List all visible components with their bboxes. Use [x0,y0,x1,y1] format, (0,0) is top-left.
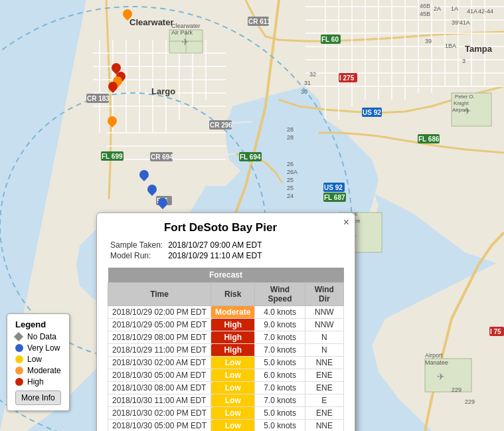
svg-text:Manatee: Manatee [425,359,448,366]
legend: Legend No Data Very Low Low Moderate Hig… [7,313,70,411]
svg-text:30: 30 [301,88,307,95]
svg-text:1A: 1A [451,5,458,12]
forecast-header: Forecast [108,268,344,283]
svg-text:31: 31 [304,80,311,86]
cell-windspeed: 7.0 knots [255,382,305,394]
legend-label-low: Low [27,355,42,364]
cell-risk: Low [211,394,255,407]
col-winddir: Wind Dir [305,283,343,306]
cell-winddir: NNW [305,306,343,319]
svg-text:FL 699: FL 699 [102,153,123,160]
svg-text:45B: 45B [420,11,430,17]
cell-windspeed: 5.0 knots [255,407,305,420]
svg-text:2A: 2A [434,5,441,12]
cell-windspeed: 6.0 knots [255,369,305,382]
cell-winddir: NNE [305,357,343,369]
legend-label-nodata: No Data [27,332,56,341]
forecast-table: Forecast Time Risk Wind Speed Wind Dir 2… [108,268,344,431]
legend-label-moderate: Moderate [27,366,61,375]
legend-item-verylow: Very Low [15,343,61,353]
svg-text:Peter O.: Peter O. [455,94,475,100]
legend-label-verylow: Very Low [27,343,60,353]
table-row: 2018/10/30 05:00 AM EDT Low 6.0 knots EN… [108,369,344,382]
cell-winddir: E [305,394,343,407]
popup-title: Fort DeSoto Bay Pier [108,221,344,234]
svg-text:Airport: Airport [452,107,468,113]
svg-text:CR 611: CR 611 [248,18,271,25]
col-time: Time [108,283,211,306]
svg-text:FL 60: FL 60 [321,36,339,43]
svg-text:FL 687: FL 687 [324,194,345,201]
model-run-label: Model Run: [108,250,165,261]
low-icon [15,355,23,363]
table-row: 2018/10/29 05:00 PM EDT High 9.0 knots N… [108,319,344,331]
table-row: 2018/10/29 08:00 PM EDT High 7.0 knots N [108,331,344,344]
cell-time: 2018/10/30 08:00 AM EDT [108,382,211,394]
svg-text:1BA: 1BA [445,43,456,49]
legend-item-moderate: Moderate [15,366,61,375]
svg-text:FL 694: FL 694 [240,153,261,161]
table-row: 2018/10/30 02:00 PM EDT Low 5.0 knots EN… [108,407,344,420]
legend-item-nodata: No Data [15,332,61,341]
cell-windspeed: 7.0 knots [255,344,305,357]
col-windspeed: Wind Speed [255,283,305,306]
col-risk: Risk [211,283,255,306]
svg-text:41A: 41A [467,8,477,15]
svg-text:229: 229 [452,387,462,393]
forecast-rows: 2018/10/29 02:00 PM EDT Moderate 4.0 kno… [108,306,344,432]
cell-winddir: ENE [305,369,343,382]
svg-text:I 75: I 75 [490,328,501,335]
cell-windspeed: 5.0 knots [255,357,305,369]
forecast-popup: × Fort DeSoto Bay Pier Sample Taken: 201… [96,213,355,431]
cell-time: 2018/10/29 11:00 PM EDT [108,344,211,357]
svg-text:US 92: US 92 [363,109,381,116]
svg-text:Largo: Largo [151,86,175,96]
cell-risk: High [211,319,255,331]
legend-label-high: High [27,377,44,387]
cell-windspeed: 5.0 knots [255,420,305,432]
table-row: 2018/10/30 05:00 PM EDT Low 5.0 knots NN… [108,420,344,432]
cell-time: 2018/10/29 05:00 PM EDT [108,319,211,331]
sample-taken-value: 2018/10/27 09:00 AM EDT [165,240,264,250]
svg-text:US 92: US 92 [324,184,343,191]
cell-winddir: N [305,331,343,344]
moderate-icon [15,367,23,375]
svg-text:28: 28 [287,134,294,141]
legend-item-low: Low [15,355,61,364]
close-button[interactable]: × [343,217,349,228]
svg-text:I 275: I 275 [339,74,355,82]
svg-text:26A: 26A [287,169,297,175]
cell-winddir: ENE [305,407,343,420]
svg-text:Clearwater: Clearwater [129,17,173,27]
table-row: 2018/10/29 11:00 PM EDT High 7.0 knots N [108,344,344,357]
svg-text:39: 39 [425,38,432,44]
cell-time: 2018/10/29 08:00 PM EDT [108,331,211,344]
verylow-icon [15,344,23,352]
cell-time: 2018/10/30 02:00 AM EDT [108,357,211,369]
cell-risk: Low [211,420,255,432]
svg-text:✈: ✈ [437,371,445,382]
cell-risk: Moderate [211,306,255,319]
high-icon [15,378,23,386]
nodata-icon [14,332,23,341]
table-row: 2018/10/30 11:00 AM EDT Low 7.0 knots E [108,394,344,407]
cell-windspeed: 7.0 knots [255,394,305,407]
svg-text:24: 24 [287,193,294,199]
svg-text:Tampa: Tampa [465,44,493,54]
cell-time: 2018/10/30 05:00 AM EDT [108,369,211,382]
table-row: 2018/10/29 02:00 PM EDT Moderate 4.0 kno… [108,306,344,319]
svg-text:Air Park: Air Park [171,29,193,36]
svg-text:25: 25 [287,185,294,191]
svg-text:46B: 46B [420,3,430,9]
svg-text:Airport: Airport [425,352,443,359]
cell-risk: High [211,344,255,357]
cell-winddir: N [305,344,343,357]
cell-time: 2018/10/29 02:00 PM EDT [108,306,211,319]
svg-text:CR 694: CR 694 [151,153,173,161]
cell-winddir: NNW [305,319,343,331]
svg-text:25: 25 [287,177,294,183]
svg-text:42-44: 42-44 [478,8,493,15]
cell-risk: Low [211,357,255,369]
cell-winddir: ENE [305,382,343,394]
more-info-button[interactable]: More Info [15,390,61,405]
